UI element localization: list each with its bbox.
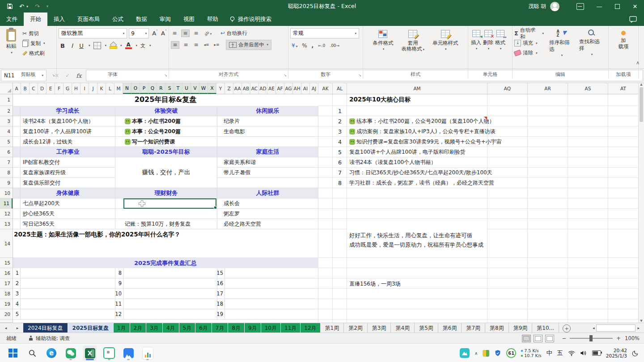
normal-view-icon[interactable] xyxy=(522,335,531,342)
increase-indent-icon[interactable]: ▸≡ xyxy=(213,42,220,48)
hscroll-left-icon[interactable]: ◂ xyxy=(593,326,595,330)
ime-layout[interactable]: 五 xyxy=(557,349,563,357)
row-header-13[interactable]: 13 xyxy=(0,219,13,229)
merge-center-button[interactable]: ↔ 合并后居中▾ xyxy=(226,40,271,50)
format-as-table-button[interactable]: 套用 表格格式▾ xyxy=(398,28,428,71)
page-break-view-icon[interactable] xyxy=(545,335,554,342)
col-header-E[interactable]: E xyxy=(47,83,55,94)
sheet-tab-9月[interactable]: 9月 xyxy=(245,323,261,333)
right-panel-item[interactable]: 习惯：日记365天/抄心经365天/七点早起200天/散步100天 xyxy=(349,168,486,178)
col-header-O[interactable]: O xyxy=(131,83,140,94)
col-header-P[interactable]: P xyxy=(140,83,148,94)
security-score-badge[interactable]: 61 xyxy=(506,348,516,358)
sheet-tab-第4周[interactable]: 第4周 xyxy=(391,323,415,333)
user-name[interactable]: 茂聪 胡 xyxy=(528,3,546,10)
menu-tab-数据[interactable]: 数据 xyxy=(130,13,153,26)
wifi-icon[interactable] xyxy=(568,350,575,356)
select-all-corner[interactable] xyxy=(0,83,13,94)
goal-cell[interactable]: IP创富私教交付 xyxy=(21,157,115,168)
page-layout-view-icon[interactable] xyxy=(534,335,542,342)
sheet-tab-第5周[interactable]: 第5周 xyxy=(415,323,438,333)
right-panel-number[interactable]: 6 xyxy=(333,157,347,168)
sheet-nav-left-icon[interactable]: ◂ xyxy=(0,323,12,333)
taskbar-app-recorder[interactable] xyxy=(102,345,116,361)
summary-empty-cell[interactable] xyxy=(123,309,217,320)
row-header-14[interactable]: 14 xyxy=(0,229,13,258)
menu-tab-视图[interactable]: 视图 xyxy=(177,13,201,26)
phonetic-dropdown-icon[interactable]: ▾ xyxy=(149,44,151,47)
sheet-tab-第6周[interactable]: 第6周 xyxy=(438,323,462,333)
col-header-AH[interactable]: AH xyxy=(293,83,301,94)
avatar[interactable] xyxy=(550,2,559,11)
summary-empty-cell[interactable] xyxy=(21,289,115,299)
percent-style-icon[interactable]: % xyxy=(302,42,307,49)
col-header-V[interactable]: V xyxy=(191,83,199,94)
clear-button[interactable]: 清除▾ xyxy=(514,49,544,57)
close-button[interactable]: ✕ xyxy=(626,0,644,13)
goal-cell[interactable]: 复盘俱乐部交付 xyxy=(21,178,115,188)
fill-button[interactable]: ↓填充▾ xyxy=(514,39,544,47)
menu-tab-公式[interactable]: 公式 xyxy=(106,13,130,26)
find-select-button[interactable]: 查找和选择▾ xyxy=(576,28,606,71)
col-header-A[interactable]: A xyxy=(13,83,21,94)
row-header-19[interactable]: 19 xyxy=(0,299,13,309)
new-sheet-button[interactable]: + xyxy=(563,324,571,333)
tell-me-search[interactable]: 操作说明搜索 xyxy=(230,13,271,26)
summary-number-cell[interactable]: 16 xyxy=(217,278,225,289)
summary-number-cell[interactable]: 5 xyxy=(13,309,21,320)
goal-cell[interactable]: 纪录片 xyxy=(217,116,318,126)
summary-empty-cell[interactable] xyxy=(225,268,318,278)
col-header-Z[interactable]: Z xyxy=(225,83,233,94)
col-header-J[interactable]: J xyxy=(89,83,97,94)
row-header-20[interactable]: 20 xyxy=(0,309,13,320)
col-header-AK[interactable]: AK xyxy=(318,83,333,94)
sheet-tab-第1周[interactable]: 第1周 xyxy=(321,323,344,333)
night-mode-icon[interactable] xyxy=(632,350,639,357)
align-top-icon[interactable]: ≡ xyxy=(171,30,178,37)
comma-style-icon[interactable]: , xyxy=(312,42,314,49)
col-header-AC[interactable]: AC xyxy=(250,83,259,94)
sort-filter-button[interactable]: AZ▼ 排序和筛选▾ xyxy=(547,28,576,71)
row-header-18[interactable]: 18 xyxy=(0,289,13,299)
right-panel-item[interactable]: 读书24本（读复盘100个人物书籍） xyxy=(349,157,486,168)
summary-empty-cell[interactable] xyxy=(21,268,115,278)
row-header-8[interactable]: 8 xyxy=(0,168,13,178)
right-panel-item[interactable]: 知识付费课=复盘创富30讲卖99元，视频号+公众号+小宇宙 xyxy=(349,137,486,147)
menu-tab-页面布局[interactable]: 页面布局 xyxy=(71,13,106,26)
wrap-text-button[interactable]: ↩自动换行 xyxy=(220,30,247,37)
category-header-学习成长[interactable]: 学习成长 xyxy=(21,106,115,116)
decrease-indent-icon[interactable]: ◂≡ xyxy=(203,42,210,48)
right-panel-item[interactable]: 成功案例：复盘家族10人+IP3人)，公众号专栏+直播访谈 xyxy=(349,126,486,137)
font-color-dropdown-icon[interactable]: ▾ xyxy=(136,44,138,47)
accessibility-status[interactable]: 辅助功能: 调查 xyxy=(36,335,70,342)
right-panel-number[interactable]: 5 xyxy=(333,147,347,157)
goal-cell[interactable]: 家庭关系和谐 xyxy=(217,157,318,168)
col-header-H[interactable]: H xyxy=(72,83,80,94)
vertical-scrollbar[interactable]: ▲ ▼ xyxy=(638,83,644,323)
summary-number-cell[interactable]: 10 xyxy=(115,289,123,299)
summary-number-cell[interactable]: 8 xyxy=(115,268,123,278)
right-panel-number[interactable]: 4 xyxy=(333,137,347,147)
number-format-select[interactable]: 常规▾ xyxy=(290,28,359,38)
row-header-2[interactable]: 2 xyxy=(0,106,13,116)
sheet-tab-12月[interactable]: 12月 xyxy=(301,323,320,333)
phonetic-guide-icon[interactable]: 文 xyxy=(140,42,145,49)
sheet-tab-2024目标复盘[interactable]: 2024目标复盘 xyxy=(23,323,68,333)
right-panel-title[interactable]: 2025年10大核心目标 xyxy=(349,96,411,104)
right-panel-item[interactable]: 练本事：小红书200篇，公众号200篇（复盘100个人物） xyxy=(349,116,486,126)
summary-empty-cell[interactable] xyxy=(225,299,318,309)
vertical-scroll-thumb[interactable] xyxy=(640,87,643,122)
autosum-button[interactable]: Σ自动求和▾ xyxy=(514,29,544,37)
summary-empty-cell[interactable] xyxy=(123,278,217,289)
right-panel-item[interactable]: 学习社群：成长会，粥左罗，读书（经典），必经之路天空营 xyxy=(349,178,486,188)
summary-empty-cell[interactable] xyxy=(123,299,217,309)
col-header-AQ[interactable]: AQ xyxy=(487,83,528,94)
col-header-T[interactable]: T xyxy=(174,83,182,94)
underline-dropdown-icon[interactable]: ▾ xyxy=(89,44,90,47)
number-dialog-launcher[interactable]: ↘ xyxy=(358,73,361,77)
summary-number-cell[interactable]: 19 xyxy=(217,309,225,320)
restore-button[interactable] xyxy=(608,0,626,13)
summary-empty-cell[interactable] xyxy=(123,289,217,299)
col-header-W[interactable]: W xyxy=(199,83,208,94)
col-header-I[interactable]: I xyxy=(80,83,89,94)
